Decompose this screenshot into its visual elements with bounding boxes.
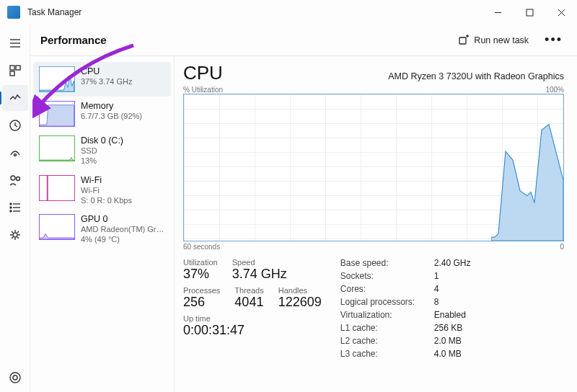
- gpu-tile[interactable]: GPU 0 AMD Radeon(TM) Gr… 4% (49 °C): [33, 210, 171, 249]
- tile-sub2: 4% (49 °C): [81, 234, 164, 244]
- threads-value: 4041: [234, 295, 263, 310]
- minimize-button[interactable]: [482, 0, 514, 24]
- disk-tile[interactable]: Disk 0 (C:) SSD 13%: [33, 131, 171, 171]
- kv-key: L2 cache:: [340, 336, 427, 346]
- svg-rect-7: [10, 66, 14, 70]
- kv-key: Base speed:: [340, 258, 427, 268]
- uptime-label: Up time: [183, 314, 245, 323]
- svg-rect-9: [10, 71, 14, 76]
- wifi-tile[interactable]: Wi-Fi Wi-Fi S: 0 R: 0 Kbps: [33, 171, 171, 210]
- svg-point-11: [14, 154, 16, 156]
- handles-label: Handles: [278, 286, 322, 295]
- svg-point-18: [10, 210, 12, 212]
- handles-value: 122609: [278, 295, 322, 310]
- kv-val: 2.40 GHz: [434, 258, 471, 268]
- users-nav[interactable]: [2, 167, 28, 193]
- kv-key: L1 cache:: [340, 323, 427, 333]
- tile-name: Wi-Fi: [81, 175, 132, 185]
- tile-name: Memory: [81, 101, 142, 111]
- disk-thumb: [39, 135, 75, 161]
- services-nav[interactable]: [2, 222, 28, 248]
- kv-key: Virtualization:: [340, 310, 427, 320]
- tile-name: GPU 0: [81, 214, 164, 224]
- close-button[interactable]: [545, 0, 577, 24]
- tile-name: Disk 0 (C:): [81, 135, 123, 146]
- axis-top-left: % Utilization: [183, 86, 223, 94]
- kv-key: Logical processors:: [340, 297, 427, 307]
- cpu-kv-list: Base speed:2.40 GHz Sockets:1 Cores:4 Lo…: [340, 258, 471, 359]
- tile-sub: 6.7/7.3 GB (92%): [81, 111, 142, 121]
- kv-val: 4.0 MB: [434, 349, 471, 359]
- tile-sub: SSD: [81, 146, 123, 156]
- tile-sub: Wi-Fi: [81, 185, 132, 195]
- utilization-label: Utilization: [183, 258, 218, 267]
- window-controls: [482, 0, 577, 24]
- maximize-button[interactable]: [514, 0, 545, 24]
- axis-top-right: 100%: [545, 86, 564, 94]
- nav-rail: [0, 24, 30, 392]
- svg-point-12: [11, 176, 15, 180]
- svg-rect-1: [527, 9, 533, 16]
- kv-val: 1: [434, 271, 471, 281]
- cpu-tile[interactable]: CPU 37% 3.74 GHz: [33, 62, 171, 97]
- svg-point-20: [13, 233, 17, 237]
- svg-point-21: [13, 375, 17, 380]
- tile-sub: AMD Radeon(TM) Gr…: [81, 224, 164, 234]
- settings-nav[interactable]: [2, 365, 28, 391]
- kv-val: 8: [434, 297, 471, 307]
- run-new-task-label: Run new task: [474, 35, 529, 45]
- app-icon: [7, 6, 20, 19]
- kv-val: 256 KB: [434, 323, 471, 333]
- app-title: Task Manager: [27, 7, 82, 17]
- kv-key: Sockets:: [340, 271, 427, 281]
- svg-point-22: [10, 373, 20, 383]
- uptime-value: 0:00:31:47: [183, 323, 245, 338]
- topbar: Performance Run new task •••: [30, 24, 577, 56]
- svg-point-14: [10, 203, 12, 205]
- page-heading: Performance: [40, 34, 107, 46]
- startup-nav[interactable]: [2, 140, 28, 166]
- processes-nav[interactable]: [2, 58, 28, 84]
- tile-sub2: S: 0 R: 0 Kbps: [81, 195, 132, 205]
- speed-label: Speed: [232, 258, 287, 267]
- kv-key: Cores:: [340, 284, 427, 294]
- detail-pane: CPU AMD Ryzen 3 7320U with Radeon Graphi…: [175, 56, 577, 392]
- more-button[interactable]: •••: [540, 32, 567, 48]
- tile-sub2: 13%: [81, 156, 123, 166]
- tile-name: CPU: [81, 66, 133, 76]
- cpu-thumb: [39, 66, 75, 92]
- resource-list: CPU 37% 3.74 GHz Memory 6.7/7.3 GB (92%)…: [30, 56, 175, 392]
- utilization-value: 37%: [183, 267, 218, 282]
- tile-sub: 37% 3.74 GHz: [81, 76, 133, 86]
- kv-val: Enabled: [434, 310, 471, 320]
- kv-key: L3 cache:: [340, 349, 427, 359]
- svg-point-16: [10, 207, 12, 208]
- kv-val: 4: [434, 284, 471, 294]
- axis-bot-right: 0: [560, 243, 564, 251]
- wifi-thumb: [39, 175, 75, 201]
- detail-title: CPU: [183, 62, 223, 84]
- processes-label: Processes: [183, 286, 220, 295]
- details-nav[interactable]: [2, 195, 28, 220]
- svg-rect-8: [16, 66, 20, 70]
- app-history-nav[interactable]: [2, 112, 28, 138]
- svg-rect-23: [459, 37, 466, 44]
- memory-tile[interactable]: Memory 6.7/7.3 GB (92%): [33, 97, 171, 131]
- memory-thumb: [39, 101, 75, 127]
- threads-label: Threads: [234, 286, 263, 295]
- performance-nav[interactable]: [2, 85, 28, 111]
- kv-val: 2.0 MB: [434, 336, 471, 346]
- run-new-task-button[interactable]: Run new task: [452, 31, 534, 50]
- gpu-thumb: [39, 214, 75, 240]
- menu-button[interactable]: [2, 30, 28, 56]
- processes-value: 256: [183, 295, 220, 310]
- cpu-model: AMD Ryzen 3 7320U with Radeon Graphics: [388, 71, 564, 81]
- titlebar: Task Manager: [0, 0, 577, 24]
- svg-point-13: [16, 177, 19, 181]
- cpu-graph[interactable]: [183, 94, 564, 241]
- axis-bot-left: 60 seconds: [183, 243, 220, 251]
- speed-value: 3.74 GHz: [232, 267, 287, 282]
